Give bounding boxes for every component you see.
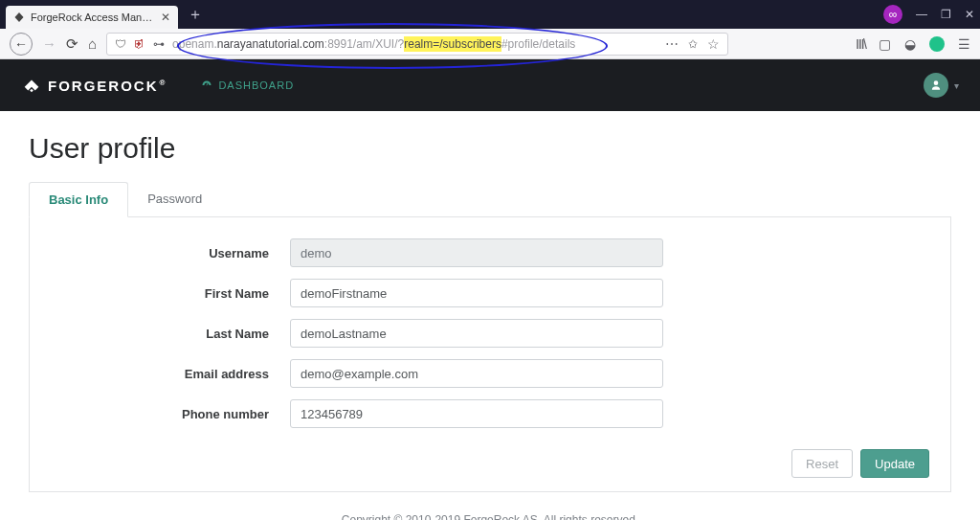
pocket-icon[interactable]: ▢ (879, 36, 891, 52)
dashboard-label: DASHBOARD (218, 79, 294, 91)
panel-actions: Reset Update (51, 449, 929, 478)
bookmark-star-icon[interactable]: ☆ (707, 36, 720, 52)
tab-favicon-icon (13, 11, 25, 23)
url-bar[interactable]: 🛡 ⛨̸ ⊶ openam.narayanatutorial.com:8991/… (106, 33, 728, 56)
reader-view-icon[interactable]: ✩ (688, 37, 698, 51)
firstname-label: First Name (51, 286, 290, 301)
dashboard-link[interactable]: DASHBOARD (201, 79, 294, 91)
username-input (290, 238, 663, 267)
page-actions-icon[interactable]: ⋯ (665, 36, 679, 52)
row-lastname: Last Name (51, 319, 929, 348)
update-button[interactable]: Update (860, 449, 929, 478)
library-icon[interactable]: Ⅲ\ (856, 36, 865, 52)
row-phone: Phone number (51, 399, 929, 428)
chevron-down-icon: ▾ (954, 80, 959, 91)
lastname-label: Last Name (51, 327, 290, 341)
insecure-lock-icon[interactable]: ⛨̸ (134, 37, 145, 51)
extension-green-icon[interactable] (929, 36, 945, 52)
new-tab-button[interactable]: ＋ (188, 5, 203, 25)
forward-button[interactable]: → (42, 35, 56, 52)
account-icon[interactable]: ◒ (904, 36, 916, 52)
reload-button[interactable]: ⟳ (66, 35, 78, 53)
back-button[interactable]: ← (10, 33, 33, 56)
dashboard-icon (201, 79, 212, 91)
reset-button[interactable]: Reset (791, 449, 853, 478)
permission-key-icon[interactable]: ⊶ (153, 37, 165, 51)
brand-text: FORGEROCK (48, 78, 159, 94)
forgerock-logo[interactable]: FORGEROCK® (21, 75, 167, 96)
browser-tab[interactable]: ForgeRock Access Managemen ✕ (6, 6, 178, 29)
browser-tab-strip: ForgeRock Access Managemen ✕ ＋ ∞ — ❐ ✕ (0, 0, 980, 29)
minimize-button[interactable]: — (916, 8, 927, 21)
tab-basic-info[interactable]: Basic Info (29, 182, 128, 217)
username-label: Username (51, 246, 290, 260)
close-icon[interactable]: ✕ (161, 11, 170, 24)
row-username: Username (51, 238, 929, 267)
email-label: Email address (51, 367, 290, 381)
close-window-button[interactable]: ✕ (965, 8, 974, 21)
home-button[interactable]: ⌂ (88, 35, 97, 52)
avatar (924, 73, 948, 98)
tab-password[interactable]: Password (128, 182, 221, 216)
tracking-shield-icon[interactable]: 🛡 (115, 37, 126, 51)
maximize-button[interactable]: ❐ (941, 8, 951, 21)
menu-icon[interactable]: ☰ (958, 36, 970, 52)
basic-info-panel: Username First Name Last Name Email addr… (29, 217, 951, 492)
phone-label: Phone number (51, 407, 290, 421)
logo-mark-icon (21, 75, 42, 96)
page-title: User profile (29, 132, 951, 165)
registered-mark: ® (160, 79, 167, 87)
tab-title: ForgeRock Access Managemen (31, 11, 155, 23)
browser-toolbar: ← → ⟳ ⌂ 🛡 ⛨̸ ⊶ openam.narayanatutorial.c… (0, 29, 980, 59)
firstname-input[interactable] (290, 279, 663, 307)
email-input[interactable] (290, 359, 663, 388)
window-controls: ∞ — ❐ ✕ (883, 5, 974, 24)
phone-input[interactable] (290, 399, 663, 428)
url-text: openam.narayanatutorial.com:8991/am/XUI/… (172, 37, 575, 51)
profile-tabs: Basic Info Password (29, 182, 951, 217)
row-email: Email address (51, 359, 929, 388)
page-content: User profile Basic Info Password Usernam… (0, 111, 980, 520)
footer-copyright: Copyright © 2010-2019 ForgeRock AS. All … (29, 513, 951, 520)
extension-icon[interactable]: ∞ (883, 5, 902, 24)
row-firstname: First Name (51, 279, 929, 307)
user-menu[interactable]: ▾ (924, 73, 959, 98)
lastname-input[interactable] (290, 319, 663, 348)
app-header: FORGEROCK® DASHBOARD ▾ (0, 59, 980, 111)
